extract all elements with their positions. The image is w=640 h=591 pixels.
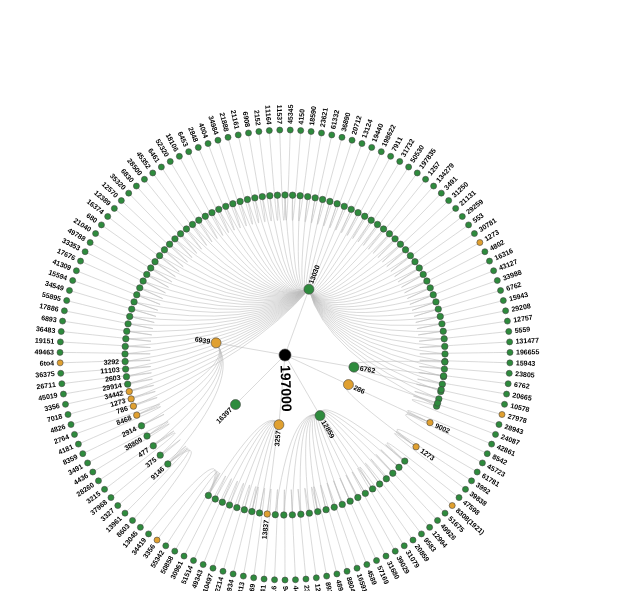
leaf-label: 9269 [247, 583, 256, 591]
ring2-node [219, 499, 225, 505]
leaf-label: 11537 [276, 105, 283, 125]
leaf-node [456, 495, 462, 501]
leaf-node [506, 370, 512, 376]
ring2-node [226, 502, 232, 508]
leaf-label: 21888 [218, 112, 230, 133]
leaf-label: 34984 [207, 115, 220, 136]
leaf-label: 12214 [212, 576, 224, 591]
leaf-label: 19151 [35, 337, 55, 345]
edge [299, 132, 311, 222]
leaf-node [205, 141, 211, 147]
edge [405, 414, 482, 463]
leaf-node [57, 339, 63, 345]
leaf-node [230, 571, 236, 577]
leaf-node [137, 524, 143, 530]
ring2-node [244, 196, 250, 202]
leaf-node [414, 170, 420, 176]
leaf-node [334, 571, 340, 577]
leaf-node [431, 183, 437, 189]
leaf-label: 553 [471, 212, 485, 225]
ring2-node [122, 351, 128, 357]
leaf-node [256, 129, 262, 135]
leaf-node [220, 568, 226, 574]
leaf-label: 29208 [511, 302, 532, 313]
leaf-node [282, 577, 288, 583]
ring2-node [433, 299, 439, 305]
leaf-node [57, 360, 63, 366]
ring2-node [441, 336, 447, 342]
leaf-label: 49463 [35, 348, 55, 355]
edge [352, 472, 395, 551]
edge [193, 478, 231, 560]
leaf-node [65, 411, 71, 417]
leaf-node [186, 149, 192, 155]
leaf-node [469, 478, 475, 484]
leaf-node [266, 128, 272, 134]
leaf-node [500, 298, 506, 304]
leaf-node [446, 198, 452, 204]
leaf-node [115, 503, 121, 509]
ring2-node [134, 412, 140, 418]
ring2-node [369, 486, 375, 492]
ring2-node [282, 192, 288, 198]
ring2-node [150, 443, 156, 449]
leaf-node [167, 158, 173, 164]
ring2-node [124, 381, 130, 387]
ring2-node [161, 247, 167, 253]
ring2-node [128, 396, 134, 402]
leaf-node [410, 537, 416, 543]
ring2-node [127, 313, 133, 319]
ring2-node [157, 452, 163, 458]
leaf-node [130, 517, 136, 523]
leaf-node [71, 431, 77, 437]
leaf-label: 23621 [319, 107, 329, 127]
ring2-node [386, 231, 392, 237]
leaf-node [111, 205, 117, 211]
leaf-label: 7018 [46, 412, 63, 423]
leaf-node [499, 411, 505, 417]
ring2-node [172, 236, 178, 242]
hub-node [304, 284, 314, 294]
leaf-node [498, 287, 504, 293]
ring2-node [209, 209, 215, 215]
leaf-label: 15594 [48, 269, 69, 282]
ring2-node [144, 433, 150, 439]
ring2-node [165, 461, 171, 467]
leaf-label: 23910 [303, 585, 312, 591]
ring2-node [124, 328, 130, 334]
ring2-node [123, 336, 129, 342]
leaf-node [507, 349, 513, 355]
leaf-label: 2152 [253, 110, 262, 126]
edge [419, 367, 509, 374]
leaf-node [105, 213, 111, 219]
ring2-node [355, 494, 361, 500]
leaf-label: 20712 [350, 115, 363, 136]
leaf-node [68, 422, 74, 428]
leaf-node [313, 575, 319, 581]
ring2-node [440, 373, 446, 379]
ring2-node [397, 241, 403, 247]
leaf-node [484, 451, 490, 457]
ring2-label: 3292 [103, 358, 119, 366]
leaf-label: 45345 [287, 104, 294, 124]
leaf-node [503, 308, 509, 314]
leaf-node [406, 164, 412, 170]
leaf-node [70, 278, 76, 284]
ring2-node [122, 358, 128, 364]
leaf-node [61, 308, 67, 314]
leaf-label: 3356 [44, 402, 61, 412]
ring2-node [259, 193, 265, 199]
leaf-node [64, 298, 70, 304]
ring2-node [362, 213, 368, 219]
leaf-node [453, 205, 459, 211]
ring2-node [442, 359, 448, 365]
ring2-node [402, 247, 408, 253]
edge [341, 152, 381, 233]
leaf-node [210, 565, 216, 571]
leaf-label: 15943 [508, 291, 529, 303]
leaf-node [462, 486, 468, 492]
hub-node [315, 411, 325, 421]
leaf-node [369, 144, 375, 150]
leaf-node [423, 176, 429, 182]
ring2-label: 9146 [149, 465, 165, 481]
